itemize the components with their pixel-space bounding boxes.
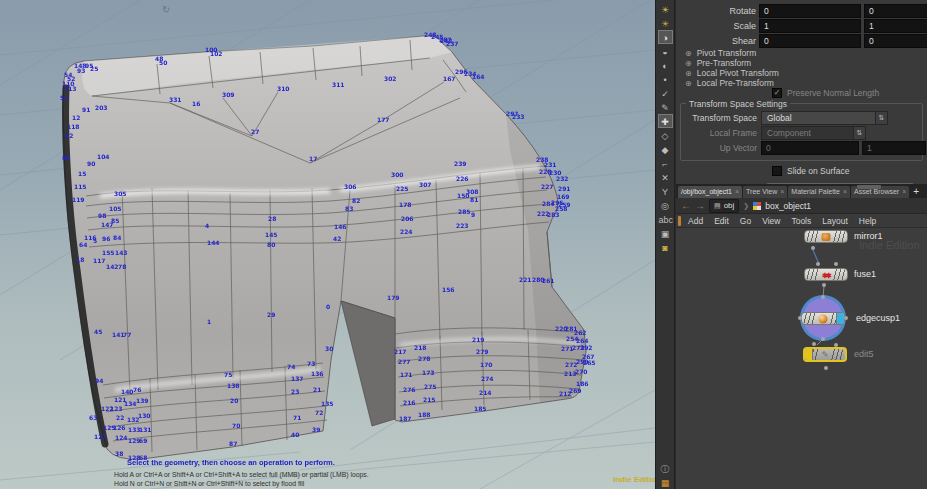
output-connector[interactable] (824, 366, 828, 370)
section-local-pivot-transform[interactable]: ⊕ Local Pivot Transform (685, 68, 927, 78)
output-connector[interactable] (821, 337, 825, 341)
node-grip[interactable] (806, 269, 819, 280)
edit-pen-icon[interactable]: ✎ (658, 100, 673, 114)
expand-icon[interactable]: ⊕ (685, 59, 692, 68)
scene-viewport[interactable]: 1489525935452110113519120312118628810490… (0, 0, 655, 489)
up-vector-y-field[interactable]: 1 (862, 141, 926, 155)
ring-connector[interactable] (844, 316, 848, 320)
new-tab-button[interactable]: + (910, 186, 922, 198)
input-connector[interactable] (812, 342, 816, 346)
tab-obj-box-object1[interactable]: /obj/box_object1 × (678, 186, 742, 198)
input-connector[interactable] (816, 262, 820, 266)
delete-x-icon[interactable]: ✕ (658, 170, 673, 184)
node-grip[interactable] (803, 313, 816, 324)
node-label-edgecusp1[interactable]: edgecusp1 (856, 313, 900, 323)
point-display-icon[interactable]: • (658, 72, 673, 86)
menu-go[interactable]: Go (740, 216, 751, 226)
output-connector[interactable] (811, 246, 815, 250)
spinner-icon[interactable]: ⇅ (875, 112, 887, 124)
radial-menu-icon[interactable]: ◎ (658, 198, 673, 212)
expand-icon[interactable]: ⊕ (685, 79, 692, 88)
output-connector[interactable] (822, 283, 826, 287)
ring-connector[interactable] (798, 316, 802, 320)
menu-view[interactable]: View (762, 216, 780, 226)
node-grip[interactable] (831, 349, 844, 360)
shaded-view-icon[interactable]: ◑ (658, 30, 673, 44)
template-flag[interactable] (805, 349, 813, 360)
close-icon[interactable]: × (735, 186, 739, 198)
section-pivot-transform[interactable]: ⊕ Pivot Transform (685, 48, 927, 58)
path-node-label[interactable]: box_object1 (765, 201, 811, 211)
node-grip[interactable] (833, 269, 846, 280)
display-flag[interactable] (836, 313, 844, 324)
slide-on-surface-checkbox[interactable] (772, 166, 782, 176)
show-handles-icon[interactable]: ✚ (658, 114, 673, 128)
rotate-x-field[interactable]: 0 (759, 4, 861, 18)
close-icon[interactable]: × (902, 186, 906, 198)
scale-y-field[interactable]: 1 (864, 19, 927, 33)
section-local-pre-transform[interactable]: ⊕ Local Pre-Transform (685, 78, 927, 88)
path-root-chip[interactable]: ▤ obj (709, 199, 739, 213)
local-frame-dropdown[interactable]: Component ⇅ (761, 126, 866, 140)
node-edgecusp1[interactable] (801, 312, 845, 325)
back-arrow-icon[interactable]: ← (681, 201, 691, 211)
point-label: 40 (291, 431, 299, 438)
point-label: 214 (479, 389, 492, 396)
input-connector[interactable] (821, 295, 825, 299)
view-headlight-icon[interactable]: ☀ (658, 16, 673, 30)
forward-arrow-icon[interactable]: → (695, 201, 705, 211)
expand-icon[interactable]: ⊕ (685, 69, 692, 78)
preserve-normal-length-checkbox[interactable]: ✓ (772, 88, 782, 98)
input-connector[interactable] (834, 343, 838, 347)
node-grip[interactable] (806, 231, 819, 242)
tab-tree-view[interactable]: Tree View × (743, 186, 787, 198)
axis-y-icon[interactable]: Y (658, 184, 673, 198)
bulb-box-icon[interactable]: ◙ (658, 240, 673, 254)
pose-icon[interactable]: ◆ (658, 142, 673, 156)
shear-y-field[interactable]: 0 (864, 34, 927, 48)
snap-corner-icon[interactable]: ⌐ (658, 156, 673, 170)
scale-x-field[interactable]: 1 (759, 19, 861, 33)
transform-space-dropdown[interactable]: Global ⇅ (761, 111, 888, 125)
view-light-icon[interactable]: ☀ (658, 2, 673, 16)
shear-x-field[interactable]: 0 (759, 34, 861, 48)
network-path-bar: ← → ▤ obj ❯ box_object1 (676, 198, 927, 214)
flat-shade-icon[interactable]: ◐ (658, 58, 673, 72)
smooth-shade-icon[interactable]: ◒ (658, 44, 673, 58)
slide-on-surface-row: Slide on Surface (772, 166, 927, 176)
menu-help[interactable]: Help (859, 216, 876, 226)
pane-handle[interactable] (678, 216, 681, 226)
scale-row: Scale 1 1 (676, 18, 927, 33)
section-pre-transform[interactable]: ⊕ Pre-Transform (685, 58, 927, 68)
grid-snap-icon[interactable]: ▦ (658, 475, 673, 489)
text-abc-icon[interactable]: abc (658, 212, 673, 226)
menu-edit[interactable]: Edit (714, 216, 729, 226)
node-mirror1[interactable] (804, 230, 848, 243)
menu-add[interactable]: Add (688, 216, 703, 226)
input-connector[interactable] (834, 262, 838, 266)
node-label-edit5[interactable]: edit5 (854, 349, 874, 359)
select-check-icon[interactable]: ✓ (658, 86, 673, 100)
expand-icon[interactable]: ⊕ (685, 49, 692, 58)
up-vector-x-field[interactable]: 0 (761, 141, 859, 155)
node-edit5[interactable]: ✎ (803, 347, 847, 362)
rotate-y-field[interactable]: 0 (864, 4, 927, 18)
spinner-icon[interactable]: ⇅ (853, 127, 865, 139)
close-icon[interactable]: × (843, 186, 847, 198)
node-label-mirror1[interactable]: mirror1 (854, 231, 883, 241)
menu-layout[interactable]: Layout (822, 216, 848, 226)
info-icon[interactable]: ⓘ (658, 461, 673, 475)
grab-icon[interactable]: ◇ (658, 128, 673, 142)
node-label-fuse1[interactable]: fuse1 (854, 269, 876, 279)
viewport-canvas[interactable]: 1489525935452110113519120312118628810490… (0, 0, 655, 489)
tab-material-palette[interactable]: Material Palette × (788, 186, 850, 198)
close-icon[interactable]: × (780, 186, 784, 198)
network-editor[interactable]: Indie Edition mirror1 ✱✱ fuse1 (676, 228, 927, 489)
node-grip[interactable] (833, 231, 846, 242)
point-label: 30 (325, 345, 333, 352)
tab-scrollbar[interactable] (857, 185, 881, 189)
menu-tools[interactable]: Tools (791, 216, 811, 226)
point-label: 274 (481, 375, 494, 382)
template-box-icon[interactable]: ▣ (658, 226, 673, 240)
node-fuse1[interactable]: ✱✱ (804, 268, 848, 281)
